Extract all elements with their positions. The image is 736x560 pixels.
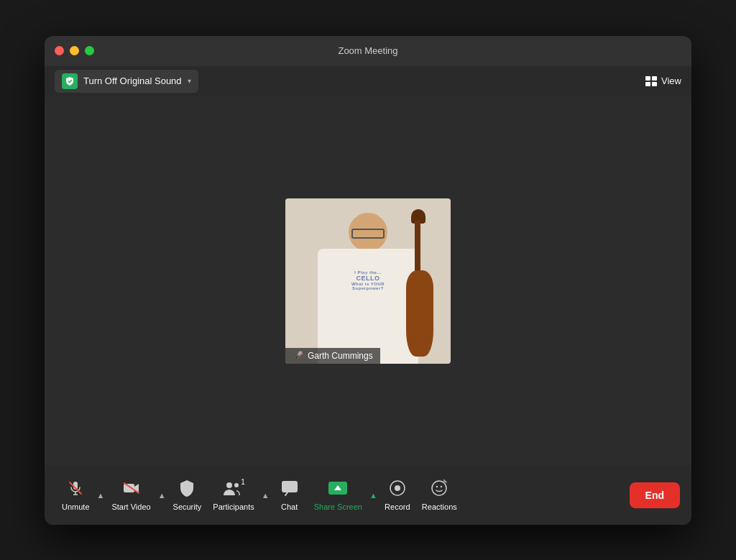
view-label: View bbox=[661, 75, 681, 86]
end-button[interactable]: End bbox=[630, 482, 680, 508]
svg-point-12 bbox=[436, 486, 438, 487]
grid-cell-1 bbox=[645, 76, 650, 81]
security-label: Security bbox=[173, 502, 202, 512]
svg-rect-4 bbox=[124, 484, 134, 492]
participants-count: 1 bbox=[241, 478, 245, 486]
record-label: Record bbox=[385, 502, 410, 512]
start-video-label: Start Video bbox=[111, 502, 150, 512]
unmute-group: Unmute ▲ bbox=[56, 474, 106, 516]
muted-icon: 🎤̸ bbox=[293, 351, 303, 361]
video-caret[interactable]: ▲ bbox=[157, 491, 167, 500]
grid-cell-4 bbox=[652, 82, 657, 86]
window-title: Zoom Meeting bbox=[338, 45, 397, 56]
participant-name: Garth Cummings bbox=[308, 351, 373, 361]
participants-label: Participants bbox=[213, 502, 254, 512]
person-figure: I Play the... CELLO What is YOUR Superpo… bbox=[303, 213, 433, 364]
video-frame: I Play the... CELLO What is YOUR Superpo… bbox=[285, 198, 451, 364]
share-arrow-icon bbox=[334, 485, 341, 490]
traffic-lights bbox=[55, 46, 94, 55]
sound-label: Turn Off Original Sound bbox=[83, 75, 182, 86]
grid-cell-3 bbox=[645, 82, 650, 86]
dropdown-arrow-icon: ▾ bbox=[188, 77, 191, 85]
participant-name-badge: 🎤̸ Garth Cummings bbox=[285, 348, 380, 364]
cello-body bbox=[406, 270, 433, 357]
share-screen-button[interactable]: Share Screen bbox=[308, 474, 368, 516]
start-video-button[interactable]: Start Video bbox=[106, 474, 156, 516]
close-button[interactable] bbox=[55, 46, 64, 55]
share-screen-group: Share Screen ▲ bbox=[308, 474, 379, 516]
view-button[interactable]: View bbox=[645, 75, 681, 86]
chat-icon bbox=[281, 478, 298, 498]
record-button[interactable]: Record bbox=[379, 474, 416, 516]
participants-group: 1 Participants ▲ bbox=[207, 474, 270, 516]
record-icon bbox=[389, 478, 406, 498]
shirt-line2: CELLO bbox=[351, 275, 385, 282]
title-bar: Zoom Meeting bbox=[45, 36, 691, 66]
reactions-label: Reactions bbox=[422, 502, 457, 512]
grid-icon bbox=[645, 76, 657, 86]
participants-caret[interactable]: ▲ bbox=[260, 491, 271, 500]
record-group: Record bbox=[379, 474, 416, 516]
grid-cell-2 bbox=[652, 76, 657, 81]
svg-point-6 bbox=[226, 482, 232, 488]
bottom-toolbar: Unmute ▲ Start Video ▲ bbox=[45, 466, 691, 525]
maximize-button[interactable] bbox=[85, 46, 94, 55]
cello-neck bbox=[415, 220, 420, 277]
minimize-button[interactable] bbox=[70, 46, 79, 55]
video-slash-icon bbox=[123, 478, 140, 498]
security-group: Security bbox=[167, 474, 208, 516]
svg-point-13 bbox=[441, 486, 442, 487]
sound-button[interactable]: Turn Off Original Sound ▾ bbox=[55, 70, 198, 93]
security-button[interactable]: Security bbox=[167, 474, 208, 516]
tool-buttons: Unmute ▲ Start Video ▲ bbox=[56, 474, 463, 516]
unmute-button[interactable]: Unmute bbox=[56, 474, 96, 516]
mic-slash-icon bbox=[68, 478, 83, 498]
person-glasses bbox=[351, 229, 385, 239]
reactions-button[interactable]: Reactions bbox=[416, 474, 463, 516]
share-screen-label: Share Screen bbox=[314, 502, 362, 512]
video-group: Start Video ▲ bbox=[106, 474, 167, 516]
svg-point-7 bbox=[234, 483, 239, 487]
reactions-icon bbox=[431, 478, 448, 498]
shirt-text: I Play the... CELLO What is YOUR Superpo… bbox=[351, 270, 385, 290]
shield-svg bbox=[65, 76, 75, 86]
main-video-area: I Play the... CELLO What is YOUR Superpo… bbox=[45, 96, 691, 466]
reactions-group: Reactions bbox=[416, 474, 463, 516]
svg-rect-8 bbox=[282, 481, 298, 492]
svg-point-10 bbox=[395, 485, 400, 491]
share-screen-icon bbox=[328, 478, 347, 498]
zoom-window: Zoom Meeting Turn Off Original Sound ▾ V… bbox=[45, 36, 691, 525]
security-icon bbox=[179, 478, 195, 498]
share-screen-caret[interactable]: ▲ bbox=[368, 491, 379, 500]
unmute-caret[interactable]: ▲ bbox=[96, 491, 106, 500]
unmute-label: Unmute bbox=[62, 502, 90, 512]
top-toolbar: Turn Off Original Sound ▾ View bbox=[45, 66, 691, 96]
chat-label: Chat bbox=[281, 502, 298, 512]
shirt-line4: Superpower? bbox=[351, 286, 385, 290]
participants-button[interactable]: 1 Participants bbox=[207, 474, 259, 516]
cello-instrument bbox=[400, 220, 440, 357]
chat-button[interactable]: Chat bbox=[271, 474, 308, 516]
shield-icon bbox=[62, 73, 78, 89]
svg-point-11 bbox=[432, 481, 446, 495]
participants-icon: 1 bbox=[222, 478, 245, 498]
chat-group: Chat bbox=[271, 474, 308, 516]
